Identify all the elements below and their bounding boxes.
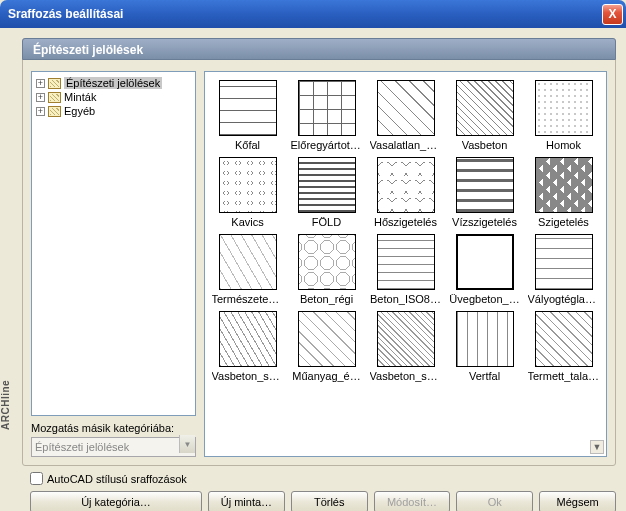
pattern-swatch[interactable]: Vízszigetelés xyxy=(446,155,523,230)
pattern-label: Vasbeton_sz… xyxy=(212,370,284,382)
pattern-grid: KőfalElőregyártott…Vasalatlan_b…Vasbeton… xyxy=(209,78,602,384)
window-close-button[interactable]: X xyxy=(602,4,623,25)
pattern-swatch[interactable]: Üvegbeton_… xyxy=(446,232,523,307)
category-tree[interactable]: + Építészeti jelölések + Minták + xyxy=(31,71,196,416)
move-category-label: Mozgatás másik kategóriába: xyxy=(31,422,174,434)
expand-icon[interactable]: + xyxy=(36,107,45,116)
tree-item-label: Építészeti jelölések xyxy=(64,77,162,89)
pattern-preview xyxy=(298,234,356,290)
pattern-preview xyxy=(219,80,277,136)
pattern-label: Üvegbeton_… xyxy=(449,293,519,305)
pattern-label: Természetes… xyxy=(212,293,284,305)
pattern-preview xyxy=(377,234,435,290)
pattern-label: Beton_ISO8… xyxy=(370,293,441,305)
window-titlebar: Sraffozás beállításai X xyxy=(0,0,626,28)
pattern-label: FÖLD xyxy=(312,216,341,228)
pattern-label: Vertfal xyxy=(469,370,500,382)
pattern-swatch[interactable]: Kavics xyxy=(209,155,286,230)
pattern-preview xyxy=(298,80,356,136)
pattern-preview xyxy=(456,80,514,136)
autocad-style-row: AutoCAD stílusú sraffozások xyxy=(30,472,620,485)
pattern-preview xyxy=(456,234,514,290)
move-category-select xyxy=(31,437,196,457)
pattern-swatch[interactable]: Beton_ISO8… xyxy=(367,232,444,307)
autocad-style-label: AutoCAD stílusú sraffozások xyxy=(47,473,187,485)
pattern-swatch[interactable]: Vasbeton_sz… xyxy=(367,309,444,384)
pattern-preview xyxy=(456,157,514,213)
pattern-preview xyxy=(298,311,356,367)
modify-button: Módosít… xyxy=(374,491,451,511)
pattern-preview xyxy=(298,157,356,213)
pattern-label: Vasbeton xyxy=(462,139,508,151)
scroll-down-icon[interactable]: ▼ xyxy=(590,440,604,454)
pattern-swatch[interactable]: FÖLD xyxy=(288,155,365,230)
window-title: Sraffozás beállításai xyxy=(8,7,602,21)
pattern-label: Beton_régi xyxy=(300,293,353,305)
pattern-swatch[interactable]: Műanyag_é… xyxy=(288,309,365,384)
new-category-button[interactable]: Új kategória… xyxy=(30,491,202,511)
pattern-swatch[interactable]: Beton_régi xyxy=(288,232,365,307)
pattern-swatch[interactable]: Vertfal xyxy=(446,309,523,384)
pattern-preview xyxy=(377,80,435,136)
pattern-label: Kőfal xyxy=(235,139,260,151)
tree-item-label: Egyéb xyxy=(64,105,95,117)
folder-icon xyxy=(48,78,61,89)
expand-icon[interactable]: + xyxy=(36,79,45,88)
pattern-label: Homok xyxy=(546,139,581,151)
pattern-label: Szigetelés xyxy=(538,216,589,228)
pattern-label: Előregyártott… xyxy=(291,139,363,151)
pattern-preview xyxy=(219,157,277,213)
pattern-label: Vasalatlan_b… xyxy=(370,139,442,151)
folder-icon xyxy=(48,92,61,103)
pattern-swatch[interactable]: Vasbeton_sz… xyxy=(209,309,286,384)
group-title: Építészeti jelölések xyxy=(22,38,616,60)
pattern-swatch[interactable]: Vasbeton xyxy=(446,78,523,153)
pattern-label: Hőszigetelés xyxy=(374,216,437,228)
close-icon: X xyxy=(608,7,616,21)
pattern-swatch[interactable]: Természetes… xyxy=(209,232,286,307)
ok-button: Ok xyxy=(456,491,533,511)
pattern-label: Műanyag_é… xyxy=(292,370,361,382)
pattern-swatch[interactable]: Vályogtégla_… xyxy=(525,232,602,307)
pattern-label: Vasbeton_sz… xyxy=(370,370,442,382)
dropdown-icon: ▼ xyxy=(179,435,195,453)
pattern-preview xyxy=(377,157,435,213)
autocad-style-checkbox[interactable] xyxy=(30,472,43,485)
pattern-swatch[interactable]: Vasalatlan_b… xyxy=(367,78,444,153)
folder-icon xyxy=(48,106,61,117)
dialog-body: ARCHline Építészeti jelölések + Építésze… xyxy=(0,28,626,511)
tree-panel: + Építészeti jelölések + Minták + xyxy=(31,71,196,457)
tree-item-egyeb[interactable]: + Egyéb xyxy=(34,104,193,118)
pattern-swatch[interactable]: Hőszigetelés xyxy=(367,155,444,230)
pattern-preview xyxy=(535,157,593,213)
pattern-swatch[interactable]: Előregyártott… xyxy=(288,78,365,153)
pattern-swatch[interactable]: Kőfal xyxy=(209,78,286,153)
pattern-preview xyxy=(219,311,277,367)
move-category-section: Mozgatás másik kategóriába: ▼ xyxy=(31,422,196,457)
new-pattern-button[interactable]: Új minta… xyxy=(208,491,285,511)
pattern-preview xyxy=(535,234,593,290)
pattern-preview xyxy=(456,311,514,367)
tree-item-epiteszeti[interactable]: + Építészeti jelölések xyxy=(34,76,193,90)
expand-icon[interactable]: + xyxy=(36,93,45,102)
pattern-swatch[interactable]: Termett_talaj… xyxy=(525,309,602,384)
pattern-preview xyxy=(535,311,593,367)
hatch-groupbox: Építészeti jelölések + Építészeti jelölé… xyxy=(22,38,616,466)
tree-item-label: Minták xyxy=(64,91,96,103)
pattern-preview xyxy=(219,234,277,290)
button-row: Új kategória… Új minta… Törlés Módosít… … xyxy=(30,491,616,511)
pattern-preview xyxy=(377,311,435,367)
pattern-swatch[interactable]: Homok xyxy=(525,78,602,153)
delete-button[interactable]: Törlés xyxy=(291,491,368,511)
pattern-label: Termett_talaj… xyxy=(528,370,600,382)
pattern-swatch[interactable]: Szigetelés xyxy=(525,155,602,230)
pattern-label: Vályogtégla_… xyxy=(528,293,600,305)
tree-item-mintak[interactable]: + Minták xyxy=(34,90,193,104)
pattern-preview xyxy=(535,80,593,136)
pattern-grid-panel: KőfalElőregyártott…Vasalatlan_b…Vasbeton… xyxy=(204,71,607,457)
pattern-label: Kavics xyxy=(231,216,263,228)
pattern-label: Vízszigetelés xyxy=(452,216,517,228)
cancel-button[interactable]: Mégsem xyxy=(539,491,616,511)
